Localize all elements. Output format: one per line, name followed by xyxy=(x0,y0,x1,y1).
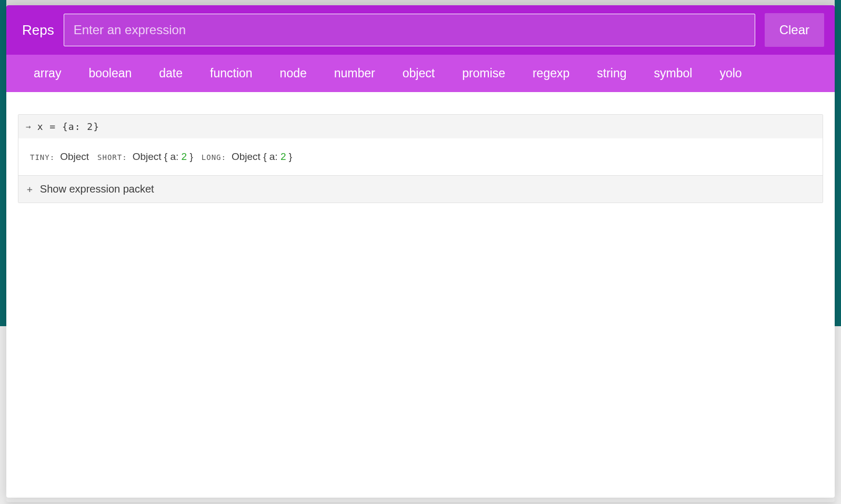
left-window-frame xyxy=(0,0,6,326)
app-title: Reps xyxy=(22,22,54,38)
tab-symbol[interactable]: symbol xyxy=(654,66,693,80)
long-suffix: } xyxy=(286,151,293,162)
app-container: Reps Clear array boolean date function n… xyxy=(6,5,835,498)
bottom-shadow xyxy=(6,498,835,502)
clear-button[interactable]: Clear xyxy=(765,13,824,47)
short-value: Object { a: 2 } xyxy=(133,151,193,163)
plus-icon: + xyxy=(27,184,33,195)
tab-function[interactable]: function xyxy=(210,66,253,80)
top-window-chrome xyxy=(6,0,835,5)
representation-row: tiny: Object short: Object { a: 2 } long… xyxy=(18,138,823,175)
show-packet-label: Show expression packet xyxy=(40,183,154,195)
long-label: long: xyxy=(202,153,226,162)
tab-promise[interactable]: promise xyxy=(462,66,505,80)
right-window-frame xyxy=(835,0,841,326)
tiny-value: Object xyxy=(60,151,89,163)
expression-header: → x = {a: 2} xyxy=(18,115,823,138)
type-tab-bar: array boolean date function node number … xyxy=(6,55,835,92)
tab-yolo[interactable]: yolo xyxy=(719,66,742,80)
tiny-label: tiny: xyxy=(30,153,55,162)
expression-result-box: → x = {a: 2} tiny: Object short: Object … xyxy=(18,114,823,203)
long-value: Object { a: 2 } xyxy=(232,151,292,163)
tab-regexp[interactable]: regexp xyxy=(533,66,569,80)
long-prefix: Object { a: xyxy=(232,151,281,162)
tab-string[interactable]: string xyxy=(597,66,626,80)
long-number: 2 xyxy=(281,151,286,162)
expression-input[interactable] xyxy=(64,14,755,46)
tab-boolean[interactable]: boolean xyxy=(88,66,132,80)
tab-array[interactable]: array xyxy=(34,66,61,80)
short-suffix: } xyxy=(187,151,193,162)
tab-number[interactable]: number xyxy=(334,66,375,80)
tab-object[interactable]: object xyxy=(403,66,435,80)
show-packet-toggle[interactable]: + Show expression packet xyxy=(18,175,823,203)
short-label: short: xyxy=(97,153,127,162)
short-prefix: Object { a: xyxy=(133,151,182,162)
content-area: → x = {a: 2} tiny: Object short: Object … xyxy=(6,92,835,498)
expression-code: x = {a: 2} xyxy=(37,121,99,132)
tab-node[interactable]: node xyxy=(280,66,307,80)
short-number: 2 xyxy=(182,151,187,162)
input-arrow-icon: → xyxy=(26,122,31,132)
header-bar: Reps Clear xyxy=(6,5,835,55)
tab-date[interactable]: date xyxy=(159,66,183,80)
